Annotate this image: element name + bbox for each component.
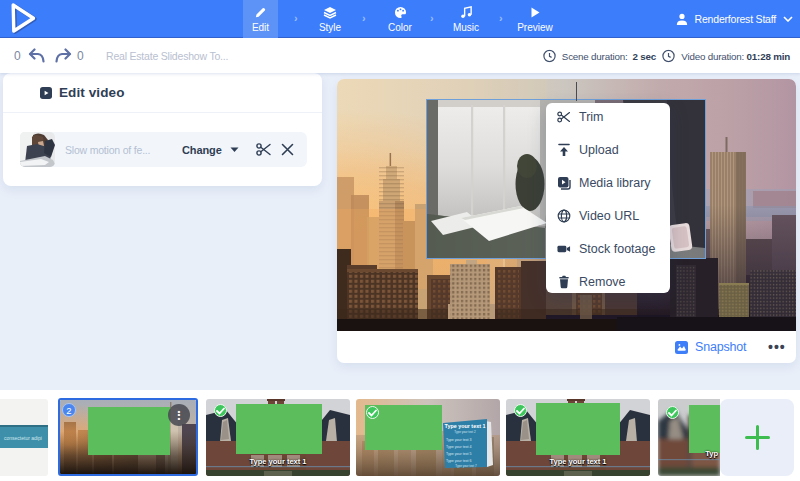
svg-text:Type your text 3: Type your text 3 <box>446 438 472 442</box>
svg-text:Type your text 5: Type your text 5 <box>446 452 472 456</box>
svg-text:consectetur adipi: consectetur adipi <box>4 435 42 441</box>
svg-text:Type your text 4: Type your text 4 <box>446 445 472 449</box>
svg-text:Type your text 7: Type your text 7 <box>455 464 477 468</box>
svg-text:Type your text 6: Type your text 6 <box>446 459 472 463</box>
svg-text:Type your text 2: Type your text 2 <box>454 430 476 434</box>
svg-text:Type your text 1: Type your text 1 <box>445 423 486 429</box>
